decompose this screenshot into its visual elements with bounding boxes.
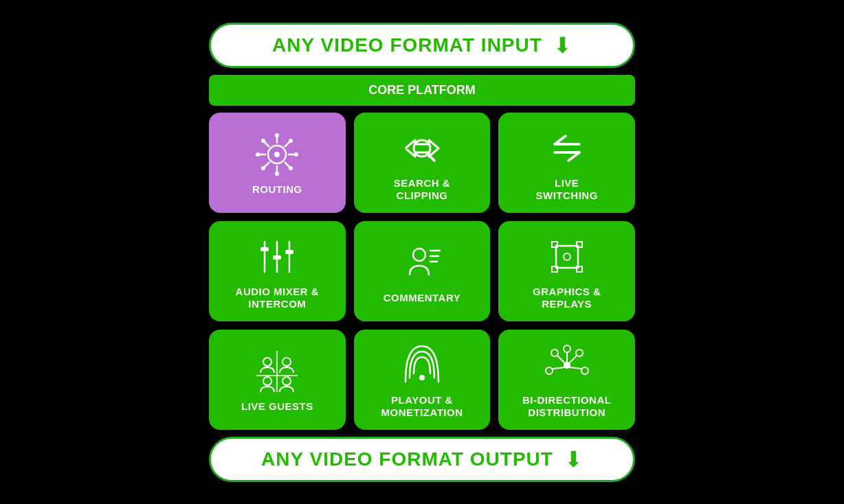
tile-distribution[interactable]: BI-DIRECTIONALDISTRIBUTION [498,330,635,430]
feature-grid: ROUTING SEARCH &CLIPPING [209,113,635,430]
svg-point-28 [413,249,425,261]
middle-bar-label: CORE PLATFORM [368,83,476,98]
svg-line-53 [553,367,564,369]
live-switching-icon [545,126,589,170]
svg-line-52 [570,367,581,369]
tile-audio-mixer-label: AUDIO MIXER &INTERCOM [236,286,320,310]
tile-distribution-label: BI-DIRECTIONALDISTRIBUTION [522,394,612,419]
svg-point-1 [274,152,280,157]
svg-point-46 [564,345,570,352]
svg-point-17 [261,166,265,170]
svg-point-47 [581,367,588,374]
svg-point-37 [564,253,570,260]
bottom-bar: ANY VIDEO FORMAT OUTPUT ⬇ [209,437,635,482]
graphics-replays-icon [545,235,589,279]
svg-line-54 [557,356,565,363]
tile-playout-label: PLAYOUT &MONETIZATION [381,394,463,419]
tile-graphics-replays-label: GRAPHICS &REPLAYS [533,286,601,310]
svg-rect-25 [260,247,269,251]
tile-routing-label: ROUTING [252,183,302,196]
svg-line-55 [569,356,577,363]
tile-live-switching-label: LIVESWITCHING [536,177,598,202]
tile-graphics-replays[interactable]: GRAPHICS &REPLAYS [498,221,635,321]
svg-point-48 [546,367,553,374]
tile-search-clipping[interactable]: SEARCH &CLIPPING [354,113,491,213]
svg-point-14 [261,139,265,143]
svg-point-10 [275,133,279,137]
svg-point-40 [263,377,271,385]
svg-point-39 [282,358,291,366]
tile-commentary-label: COMMENTARY [384,292,461,304]
svg-point-41 [282,377,291,385]
commentary-icon [400,241,444,285]
search-clipping-icon [400,126,444,170]
top-bar: ANY VIDEO FORMAT INPUT ⬇ [209,23,635,68]
live-guests-icon [255,350,299,393]
svg-point-50 [576,350,583,356]
tile-commentary[interactable]: COMMENTARY [354,221,491,321]
svg-rect-26 [273,255,281,260]
svg-point-15 [289,166,293,170]
tile-live-guests[interactable]: LIVE GUESTS [209,330,346,430]
bottom-bar-label: ANY VIDEO FORMAT OUTPUT [261,448,553,470]
tile-live-guests-label: LIVE GUESTS [241,400,313,413]
svg-point-38 [263,358,271,366]
middle-bar: CORE PLATFORM [209,75,635,106]
routing-icon [255,133,299,176]
top-bar-label: ANY VIDEO FORMAT INPUT [272,34,542,56]
svg-point-49 [551,350,558,356]
svg-rect-32 [556,246,578,268]
tile-audio-mixer[interactable]: AUDIO MIXER &INTERCOM [209,221,346,321]
audio-mixer-icon [255,235,299,279]
svg-rect-27 [285,250,293,254]
svg-point-13 [294,152,298,157]
down-arrow-bottom: ⬇ [564,448,583,470]
tile-routing[interactable]: ROUTING [209,113,346,213]
svg-point-44 [419,375,425,380]
down-arrow-top: ⬇ [553,34,572,56]
distribution-icon [545,343,589,387]
tile-search-clipping-label: SEARCH &CLIPPING [394,177,450,202]
svg-point-16 [289,139,293,143]
tile-live-switching[interactable]: LIVESWITCHING [498,113,635,213]
svg-point-11 [275,172,279,176]
tile-playout[interactable]: PLAYOUT &MONETIZATION [354,330,491,430]
playout-icon [400,343,444,387]
main-container: ANY VIDEO FORMAT INPUT ⬇ CORE PLATFORM [202,9,642,496]
svg-point-12 [256,152,260,157]
